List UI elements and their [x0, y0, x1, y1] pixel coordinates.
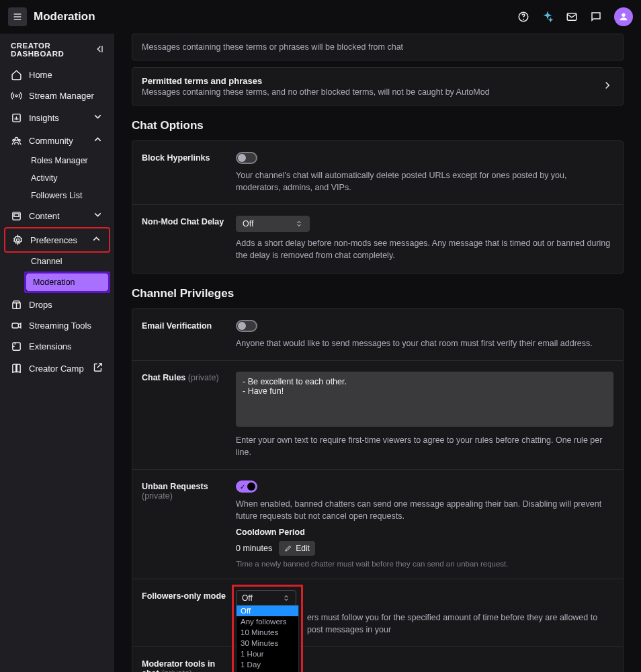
sidebar: CREATOR DASHBOARD Home Stream Manager In… [0, 34, 114, 672]
sidebar-item-label: Home [29, 70, 52, 80]
followers-only-select[interactable]: Off [236, 590, 296, 606]
cooldown-value: 0 minutes [236, 544, 272, 553]
hamburger-icon [12, 11, 23, 22]
non-mod-delay-select[interactable]: Off [236, 216, 310, 232]
broadcast-icon [11, 90, 22, 101]
svg-point-14 [13, 139, 15, 141]
svg-point-4 [523, 19, 524, 19]
sidebar-item-extensions[interactable]: Extensions [4, 336, 110, 357]
cooldown-desc: Time a newly banned chatter must wait be… [236, 560, 613, 568]
card-description: Messages containing these terms or phras… [142, 42, 613, 52]
sidebar-item-label: Channel [31, 257, 62, 266]
chat-rules-desc: Enter your own text to require first-tim… [236, 434, 613, 458]
help-icon [517, 11, 529, 23]
sidebar-item-streaming-tools[interactable]: Streaming Tools [4, 315, 110, 336]
mail-icon [566, 11, 578, 23]
mod-tools-label: Moderator tools in chat (private) [142, 658, 229, 672]
chat-rules-label: Chat Rules (private) [142, 372, 229, 458]
dropdown-option[interactable]: Any followers [237, 616, 298, 627]
select-value: Off [243, 219, 253, 228]
chart-icon [11, 112, 22, 124]
sidebar-item-label: Stream Manager [29, 91, 94, 101]
cooldown-title: Cooldown Period [236, 528, 613, 537]
sidebar-item-roles-manager[interactable]: Roles Manager [24, 152, 110, 169]
block-hyperlinks-desc: Your channel's chat will automatically d… [236, 169, 613, 194]
camera-icon [11, 320, 22, 331]
sidebar-item-drops[interactable]: Drops [4, 294, 110, 315]
main-content: Messages containing these terms or phras… [114, 34, 641, 672]
chevron-down-icon [92, 111, 103, 122]
sidebar-item-home[interactable]: Home [4, 65, 110, 85]
svg-point-18 [16, 239, 19, 241]
user-avatar[interactable] [614, 7, 633, 26]
cooldown-edit-button[interactable]: Edit [279, 541, 315, 556]
svg-point-13 [15, 137, 17, 140]
email-verification-toggle[interactable] [236, 320, 257, 332]
card-description: Messages containing these terms, and no … [142, 87, 601, 97]
sidebar-item-label: Community [29, 136, 73, 146]
whispers-button[interactable] [590, 11, 602, 23]
sidebar-item-creator-camp[interactable]: Creator Camp [4, 357, 110, 380]
sidebar-item-label: Moderation [33, 278, 75, 287]
sidebar-item-activity[interactable]: Activity [24, 169, 110, 187]
sidebar-item-followers-list[interactable]: Followers List [24, 187, 110, 204]
followers-only-dropdown: OffAny followers10 Minutes30 Minutes1 Ho… [236, 605, 299, 672]
sidebar-item-label: Extensions [29, 341, 72, 351]
sidebar-item-label: Roles Manager [31, 156, 88, 165]
unban-requests-label: Unban Requests (private) [142, 480, 229, 568]
sidebar-item-preferences[interactable]: Preferences [4, 227, 110, 253]
block-hyperlinks-toggle[interactable] [236, 152, 257, 164]
sidebar-item-stream-manager[interactable]: Stream Manager [4, 85, 110, 106]
menu-button[interactable] [8, 7, 27, 26]
non-mod-delay-label: Non-Mod Chat Delay [142, 216, 229, 261]
svg-point-6 [622, 13, 625, 16]
svg-point-8 [15, 95, 17, 97]
dropdown-option[interactable]: 1 Hour [237, 648, 298, 659]
sidebar-item-label: Creator Camp [29, 364, 84, 374]
followers-only-label: Followers-only mode [142, 590, 229, 636]
sidebar-item-label: Preferences [30, 235, 77, 245]
sidebar-item-insights[interactable]: Insights [4, 106, 110, 129]
dropdown-option[interactable]: 1 Day [237, 659, 298, 670]
unban-requests-toggle[interactable]: ✓ [236, 480, 257, 493]
section-chat-options: Chat Options [132, 119, 624, 132]
svg-rect-20 [12, 323, 18, 328]
topbar: Moderation [0, 0, 641, 34]
blocked-terms-card[interactable]: Messages containing these terms or phras… [132, 34, 624, 60]
ai-button[interactable] [542, 11, 554, 23]
pencil-icon [284, 544, 292, 552]
book-icon [11, 363, 22, 374]
gear-icon [12, 235, 24, 246]
content-icon [11, 210, 22, 222]
chat-icon [590, 11, 602, 23]
sidebar-title: CREATOR DASHBOARD [11, 42, 94, 58]
help-button[interactable] [517, 11, 529, 23]
sidebar-item-label: Streaming Tools [29, 321, 91, 331]
sidebar-item-label: Insights [29, 113, 59, 123]
card-title: Permitted terms and phrases [142, 76, 601, 86]
sidebar-item-label: Content [29, 211, 60, 221]
section-channel-privileges: Channel Privileges [132, 287, 624, 300]
home-icon [11, 69, 22, 81]
community-icon [11, 135, 22, 146]
svg-rect-17 [14, 213, 19, 216]
sidebar-item-content[interactable]: Content [4, 204, 110, 227]
channel-privileges-panel: Email Verification Anyone that would lik… [132, 308, 624, 673]
unban-requests-desc: When enabled, banned chatters can send o… [236, 498, 613, 522]
person-icon [618, 11, 629, 22]
drops-icon [11, 299, 22, 310]
chevron-right-icon [601, 79, 613, 91]
chevron-down-icon [92, 209, 103, 220]
sidebar-item-community[interactable]: Community [4, 129, 110, 152]
dropdown-option[interactable]: 10 Minutes [237, 627, 298, 638]
sidebar-item-label: Followers List [31, 191, 82, 200]
page-title: Moderation [34, 10, 95, 24]
sidebar-item-moderation[interactable]: Moderation [26, 274, 108, 291]
inbox-button[interactable] [566, 11, 578, 23]
dropdown-option[interactable]: 30 Minutes [237, 638, 298, 648]
chat-rules-textarea[interactable] [236, 372, 613, 427]
dropdown-option[interactable]: Off [237, 605, 298, 616]
permitted-terms-card[interactable]: Permitted terms and phrases Messages con… [132, 67, 624, 106]
sidebar-collapse-button[interactable] [94, 44, 105, 56]
sidebar-item-channel[interactable]: Channel [24, 253, 110, 270]
